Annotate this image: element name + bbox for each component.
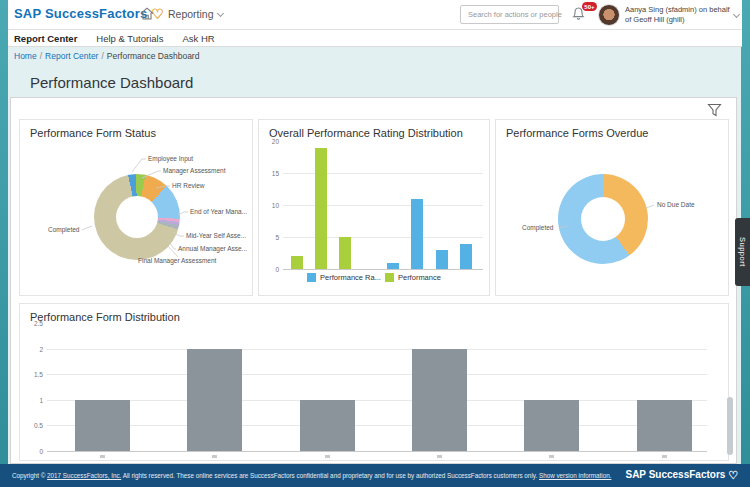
bar[interactable]	[300, 400, 355, 451]
user-menu[interactable]: Aanya Sing (sfadmin) on behalf of Geoff …	[625, 5, 730, 25]
legend-label: Performance	[398, 273, 441, 282]
bar[interactable]	[187, 349, 242, 451]
forms-overdue-donut-chart[interactable]	[558, 174, 648, 264]
y-axis-tick-label: 2.5	[34, 320, 43, 327]
module-picker[interactable]: Reporting	[168, 8, 223, 20]
tab-help-tutorials[interactable]: Help & Tutorials	[96, 33, 163, 44]
slice-label: End of Year Mana...	[190, 208, 247, 215]
chevron-down-icon	[216, 10, 223, 17]
bar[interactable]	[75, 400, 130, 451]
card-performance-form-status: Performance Form Status Employee Input M…	[19, 119, 253, 296]
x-axis-tick	[549, 455, 554, 458]
tab-ask-hr[interactable]: Ask HR	[182, 33, 214, 44]
tab-report-center[interactable]: Report Center	[14, 33, 77, 44]
legend-swatch-green	[385, 273, 394, 282]
legend-label: Performance Ra...	[320, 273, 381, 282]
card-title: Performance Form Distribution	[30, 311, 728, 323]
y-axis-tick-label: 0	[275, 266, 279, 273]
y-axis-tick-label: 2	[39, 346, 43, 353]
card-performance-forms-overdue: Performance Forms Overdue No Due Date Co…	[495, 119, 729, 296]
slice-label: HR Review	[172, 182, 205, 189]
breadcrumb: Home / Report Center / Performance Dashb…	[8, 47, 742, 64]
y-axis-tick-label: 5	[275, 234, 279, 241]
bar[interactable]	[387, 263, 399, 269]
search-placeholder: Search for actions or people	[468, 10, 562, 19]
breadcrumb-separator: /	[40, 51, 42, 61]
footer: Copyright © 2017 SuccessFactors, Inc. Al…	[0, 464, 750, 487]
home-button[interactable]	[140, 7, 154, 20]
avatar[interactable]	[598, 4, 620, 26]
heart-logo-icon: ♡	[728, 469, 738, 481]
y-axis-tick-label: 0	[39, 448, 43, 455]
x-axis-tick	[437, 455, 442, 458]
breadcrumb-home-link[interactable]: Home	[14, 51, 37, 61]
footer-legal-text: Copyright © 2017 SuccessFactors, Inc. Al…	[12, 472, 611, 479]
y-axis-tick-label: 15	[272, 170, 279, 177]
copyright-link[interactable]: 2017 SuccessFactors, Inc.	[47, 472, 121, 479]
x-axis-tick	[325, 455, 330, 458]
scrollbar-thumb[interactable]	[727, 397, 733, 455]
legend-swatch-blue	[307, 273, 316, 282]
form-status-donut-chart[interactable]	[94, 174, 180, 260]
top-header: SAP SuccessFactors ♡ Reporting Search fo…	[8, 0, 742, 30]
form-distribution-bar-chart[interactable]	[47, 324, 707, 452]
notification-badge: 50+	[582, 2, 597, 11]
footer-brand: SAP SuccessFactors ♡	[625, 469, 738, 482]
slice-label: Completed	[522, 224, 553, 231]
y-axis-ticks: 20151050	[261, 142, 279, 270]
bar[interactable]	[411, 199, 423, 269]
card-title: Performance Form Status	[30, 127, 252, 139]
bar[interactable]	[436, 250, 448, 269]
user-proxy: of Geoff Hill (ghill)	[625, 15, 730, 25]
bar[interactable]	[460, 244, 472, 269]
breadcrumb-separator: /	[101, 51, 103, 61]
y-axis-tick-label: 0.5	[34, 422, 43, 429]
y-axis-tick-label: 1	[39, 397, 43, 404]
slice-label: No Due Date	[657, 201, 695, 208]
secondary-nav: Report Center Help & Tutorials Ask HR	[8, 30, 742, 47]
card-performance-form-distribution: Performance Form Distribution 2.521.510.…	[19, 303, 729, 461]
slice-label: Employee Input	[148, 155, 193, 162]
app-window: SAP SuccessFactors ♡ Reporting Search fo…	[0, 0, 750, 487]
left-frame	[0, 0, 8, 487]
chart-legend: Performance Ra... Performance	[259, 273, 489, 282]
bar[interactable]	[339, 237, 351, 269]
user-menu-chevron-icon[interactable]	[733, 11, 740, 18]
notifications-button[interactable]: 50+	[571, 6, 593, 26]
filter-funnel-icon	[707, 103, 722, 117]
module-picker-label: Reporting	[168, 8, 214, 20]
card-overall-performance-rating: Overall Performance Rating Distribution …	[258, 119, 490, 296]
show-version-link[interactable]: Show version information.	[539, 472, 611, 479]
bar[interactable]	[637, 400, 692, 451]
bar[interactable]	[315, 148, 327, 269]
x-axis-tick	[100, 455, 105, 458]
home-icon	[140, 7, 154, 20]
y-axis-tick-label: 20	[272, 138, 279, 145]
bar[interactable]	[291, 256, 303, 269]
y-axis-tick-label: 10	[272, 202, 279, 209]
rating-distribution-bar-chart[interactable]	[283, 142, 483, 270]
breadcrumb-report-center-link[interactable]: Report Center	[45, 51, 98, 61]
user-name: Aanya Sing (sfadmin) on behalf	[625, 5, 730, 15]
copyright-prefix: Copyright ©	[12, 472, 47, 479]
slice-label: Manager Assessment	[163, 167, 226, 174]
brand-text: SAP SuccessFactors	[14, 6, 147, 21]
card-title: Overall Performance Rating Distribution	[269, 127, 489, 139]
card-title: Performance Forms Overdue	[506, 127, 728, 139]
bar[interactable]	[412, 349, 467, 451]
y-axis-tick-label: 1.5	[34, 371, 43, 378]
slice-label: Mid-Year Self Asse...	[186, 232, 246, 239]
slice-label: Final Manager Assessment	[138, 257, 216, 264]
support-tab[interactable]: Support	[735, 218, 750, 286]
legal-body: All rights reserved. These online servic…	[121, 472, 539, 479]
title-bar: Performance Dashboard	[8, 64, 742, 97]
search-input[interactable]: Search for actions or people	[460, 5, 559, 24]
x-axis-tick	[212, 455, 217, 458]
dashboard-panel: Performance Form Status Employee Input M…	[10, 97, 737, 464]
page-title: Performance Dashboard	[30, 74, 742, 91]
y-axis-ticks: 2.521.510.50	[24, 324, 43, 452]
breadcrumb-current: Performance Dashboard	[107, 51, 200, 61]
filter-button[interactable]	[707, 103, 722, 117]
slice-label: Completed	[48, 226, 79, 233]
bar[interactable]	[524, 400, 579, 451]
